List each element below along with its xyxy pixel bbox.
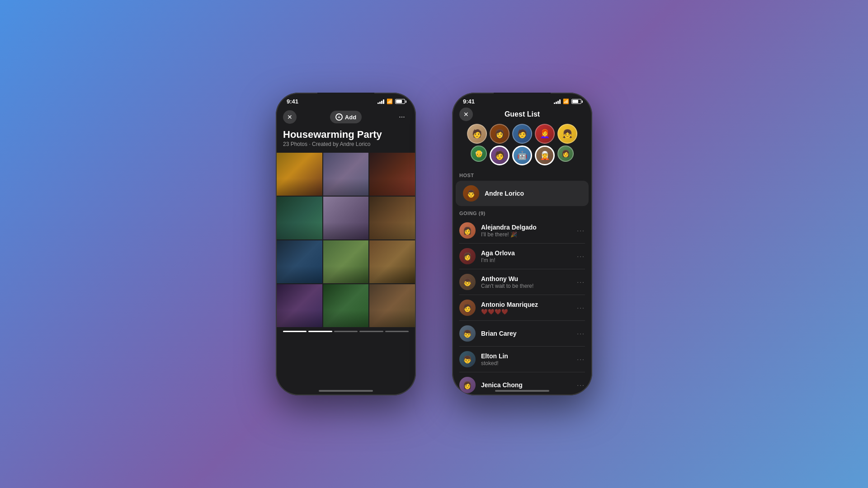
avatar-10[interactable]: 👩 <box>557 145 574 162</box>
more-icon-alejandra[interactable]: ··· <box>577 227 585 234</box>
guest-name-elton: Elton Lin <box>481 352 571 360</box>
album-title-section: Housewarming Party 23 Photos · Created b… <box>276 127 416 153</box>
guest-status-anthony: Can't wait to be there! <box>481 283 571 289</box>
avatar-8[interactable]: 🤖 <box>512 145 532 165</box>
status-icons-2: 📶 <box>554 99 581 104</box>
avatar-6[interactable]: 👴 <box>471 145 487 162</box>
guest-status-alejandra: I'll be there! 🎉 <box>481 231 571 238</box>
avatar-3[interactable]: 🧑 <box>512 124 532 144</box>
guest-name-jenica: Jenica Chong <box>481 381 571 389</box>
guest-list-title: Guest List <box>505 110 540 118</box>
more-icon-aga[interactable]: ··· <box>577 253 585 260</box>
guest-status-aga: I'm in! <box>481 257 571 263</box>
guest-name-alejandra: Alejandra Delgado <box>481 224 571 231</box>
host-item[interactable]: 👨 Andre Lorico <box>456 181 589 206</box>
avatar-row-1: 🧑 👩 🧑 👩‍🦰 👧 <box>459 124 585 144</box>
photo-cell-10[interactable] <box>277 284 322 327</box>
more-icon-anthony[interactable]: ··· <box>577 278 585 286</box>
guest-avatar-anthony: 👦 <box>459 274 476 290</box>
guest-list-header: ✕ Guest List <box>452 107 592 120</box>
guest-info-alejandra: Alejandra Delgado I'll be there! 🎉 <box>481 224 571 238</box>
avatar-row-2: 👴 🧑 🤖 🧝 👩 <box>459 145 585 165</box>
guest-info-elton: Elton Lin stoked! <box>481 352 571 366</box>
guest-item-elton[interactable]: 👦 Elton Lin stoked! ··· <box>452 347 592 372</box>
status-time-1: 9:41 <box>287 98 298 105</box>
progress-bar <box>276 327 416 336</box>
guest-avatar-jenica: 👩 <box>459 377 476 393</box>
photo-cell-9[interactable] <box>369 240 415 283</box>
host-section-label: HOST <box>452 171 592 180</box>
more-icon-elton[interactable]: ··· <box>577 356 585 363</box>
status-bar-1: 9:41 📶 <box>276 93 416 107</box>
battery-icon-2 <box>571 99 581 104</box>
home-indicator-1 <box>319 390 373 392</box>
photo-cell-8[interactable] <box>323 240 369 283</box>
guest-item-aga[interactable]: 👩 Aga Orlova I'm in! ··· <box>452 244 592 269</box>
photo-grid <box>276 153 416 327</box>
host-info: Andre Lorico <box>485 190 581 197</box>
photo-cell-7[interactable] <box>277 240 322 283</box>
phone-2: 9:41 📶 ✕ Guest List 🧑 👩 <box>452 93 592 395</box>
guest-info-anthony: Anthony Wu Can't wait to be there! <box>481 275 571 289</box>
wifi-icon-1: 📶 <box>387 99 393 104</box>
guest-name-antonio: Antonio Manriquez <box>481 301 571 308</box>
guest-avatar-brian: 👦 <box>459 325 476 342</box>
guest-status-elton: stoked! <box>481 360 571 366</box>
guest-item-brian[interactable]: 👦 Brian Carey ··· <box>452 321 592 346</box>
plus-icon: + <box>335 113 343 121</box>
photo-cell-6[interactable] <box>369 197 415 239</box>
guest-avatar-alejandra: 👩 <box>459 222 476 239</box>
guest-info-brian: Brian Carey <box>481 330 571 337</box>
photo-cell-3[interactable] <box>369 153 415 196</box>
photo-cell-12[interactable] <box>369 284 415 327</box>
more-icon-jenica[interactable]: ··· <box>577 381 585 389</box>
guest-status-antonio: ❤️❤️❤️❤️ <box>481 309 571 315</box>
avatar-5[interactable]: 👧 <box>557 124 577 144</box>
add-button[interactable]: + Add <box>330 111 362 123</box>
close-button-1[interactable]: ✕ <box>283 110 297 124</box>
guest-item-anthony[interactable]: 👦 Anthony Wu Can't wait to be there! ··· <box>452 269 592 295</box>
album-header: ✕ + Add ··· <box>276 107 416 127</box>
battery-icon-1 <box>395 99 405 104</box>
avatar-7[interactable]: 🧑 <box>490 145 509 165</box>
photo-cell-4[interactable] <box>277 197 322 239</box>
more-icon-brian[interactable]: ··· <box>577 330 585 337</box>
guest-info-antonio: Antonio Manriquez ❤️❤️❤️❤️ <box>481 301 571 315</box>
avatar-4[interactable]: 👩‍🦰 <box>535 124 555 144</box>
photo-cell-1[interactable] <box>277 153 322 196</box>
signal-icon-1 <box>377 99 384 104</box>
guest-name-anthony: Anthony Wu <box>481 275 571 282</box>
phone2-content: ✕ Guest List 🧑 👩 🧑 👩‍🦰 👧 👴 🧑 🤖 🧝 👩 HO <box>452 107 592 393</box>
phone1-content: ✕ + Add ··· Housewarming Party 23 Photos… <box>276 107 416 393</box>
status-bar-2: 9:41 📶 <box>452 93 592 107</box>
going-section-label: GOING (9) <box>452 207 592 218</box>
avatar-1[interactable]: 🧑 <box>467 124 487 144</box>
guest-info-aga: Aga Orlova I'm in! <box>481 249 571 263</box>
status-time-2: 9:41 <box>463 98 475 105</box>
avatar-cloud: 🧑 👩 🧑 👩‍🦰 👧 👴 🧑 🤖 🧝 👩 <box>452 120 592 171</box>
host-name: Andre Lorico <box>485 190 581 197</box>
album-meta: 23 Photos · Created by Andre Lorico <box>283 141 409 147</box>
more-icon-antonio[interactable]: ··· <box>577 304 585 311</box>
guest-name-aga: Aga Orlova <box>481 249 571 257</box>
host-avatar: 👨 <box>463 185 479 202</box>
photo-cell-2[interactable] <box>323 153 369 196</box>
photo-cell-5[interactable] <box>323 197 369 239</box>
album-title: Housewarming Party <box>283 129 409 140</box>
photo-cell-11[interactable] <box>323 284 369 327</box>
wifi-icon-2: 📶 <box>563 99 569 104</box>
avatar-9[interactable]: 🧝 <box>535 145 555 165</box>
guest-item-antonio[interactable]: 🧑 Antonio Manriquez ❤️❤️❤️❤️ ··· <box>452 295 592 320</box>
close-button-2[interactable]: ✕ <box>459 108 473 121</box>
status-icons-1: 📶 <box>377 99 405 104</box>
avatar-2[interactable]: 👩 <box>490 124 509 144</box>
home-indicator-2 <box>495 390 549 392</box>
more-button-1[interactable]: ··· <box>395 110 409 124</box>
guest-avatar-antonio: 🧑 <box>459 300 476 316</box>
guest-name-brian: Brian Carey <box>481 330 571 337</box>
guest-item-alejandra[interactable]: 👩 Alejandra Delgado I'll be there! 🎉 ··· <box>452 218 592 243</box>
guest-info-jenica: Jenica Chong <box>481 381 571 389</box>
phone-1: 9:41 📶 ✕ + Add ··· <box>276 93 416 395</box>
signal-icon-2 <box>554 99 561 104</box>
guest-avatar-aga: 👩 <box>459 248 476 264</box>
